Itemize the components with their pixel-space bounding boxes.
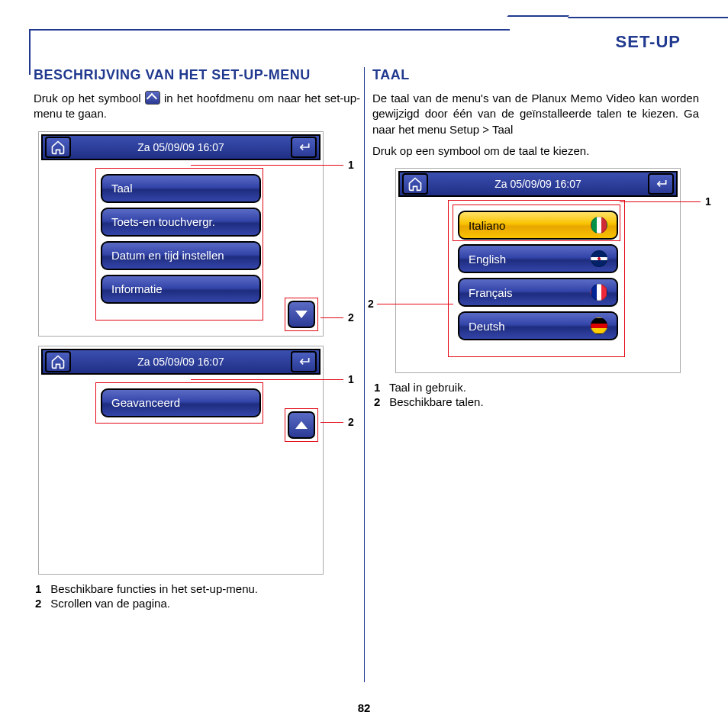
lang-item-francais[interactable]: Français xyxy=(458,278,618,307)
menu-label: Datum en tijd instellen xyxy=(111,249,224,262)
legend-text-r1: Taal in gebruik. xyxy=(389,381,466,394)
column-right: TAAL De taal van de menu's van de Planux… xyxy=(366,61,705,690)
legend-text-2: Scrollen van de pagina. xyxy=(50,597,170,610)
setup-icon xyxy=(145,91,160,105)
lang-item-italiano[interactable]: Italiano xyxy=(458,211,618,240)
menu-item-taal[interactable]: Taal xyxy=(101,174,261,203)
menu-label: Geavanceerd xyxy=(111,396,180,409)
callout-line-1 xyxy=(191,165,343,166)
flag-de-icon xyxy=(591,317,607,334)
callout-num-2: 2 xyxy=(348,311,354,324)
legend-left: 1 Beschikbare functies in het set-up-men… xyxy=(35,582,360,610)
menu-item-datetime[interactable]: Datum en tijd instellen xyxy=(101,241,261,270)
home-button[interactable] xyxy=(45,351,71,372)
intro-text: Druk op het symbool in het hoofdmenu om … xyxy=(34,91,360,122)
callout-num-1b: 1 xyxy=(348,373,354,385)
screenshot-setup-menu-2: Za 05/09/09 16:07 Geavanceerd 1 2 xyxy=(38,346,360,575)
titlebar: Za 05/09/09 16:07 xyxy=(41,349,321,375)
enter-button[interactable] xyxy=(648,173,674,195)
titlebar-date: Za 05/09/09 16:07 xyxy=(430,178,646,190)
lang-item-english[interactable]: English xyxy=(458,244,618,273)
callout-num-2b: 2 xyxy=(348,416,354,428)
intro-a: Druk op het symbool xyxy=(34,92,145,105)
flag-it-icon xyxy=(591,217,607,234)
callout-num-r2: 2 xyxy=(368,298,374,310)
screenshot-language-menu: Za 05/09/09 16:07 Italiano English xyxy=(395,168,699,373)
menu-item-touchlock[interactable]: Toets-en touchvergr. xyxy=(101,208,261,237)
header-rule-h xyxy=(29,29,510,31)
legend-num-2: 2 xyxy=(35,597,47,610)
callout-line-r1 xyxy=(620,201,701,202)
menu-label: Taal xyxy=(111,182,133,195)
legend-text-1: Beschikbare functies in het set-up-menu. xyxy=(50,582,258,595)
legend-num-r2: 2 xyxy=(374,395,386,408)
callout-line-2 xyxy=(321,317,343,318)
titlebar-date: Za 05/09/09 16:07 xyxy=(73,141,288,153)
lang-label: Deutsh xyxy=(469,320,505,333)
callout-line-2b xyxy=(321,422,343,423)
lang-label: Italiano xyxy=(469,219,505,232)
menu-label: Informatie xyxy=(111,282,163,295)
lang-label: English xyxy=(469,253,506,266)
enter-button[interactable] xyxy=(291,137,317,158)
column-left: BESCHRIJVING VAN HET SET-UP-MENU Druk op… xyxy=(27,61,366,690)
header-rule-diag xyxy=(485,15,569,43)
callout-line-1b xyxy=(191,379,343,380)
taal-p2: Druk op een symbool om de taal te kiezen… xyxy=(372,143,699,159)
chevron-up-icon xyxy=(295,421,308,429)
page-title: SET-UP xyxy=(616,32,681,52)
scroll-up-button[interactable] xyxy=(288,411,315,439)
page-header: SET-UP xyxy=(29,15,705,43)
home-button[interactable] xyxy=(402,173,428,195)
lang-item-deutsch[interactable]: Deutsh xyxy=(458,311,618,340)
home-button[interactable] xyxy=(45,137,71,158)
taal-p1: De taal van de menu's van de Planux Memo… xyxy=(372,91,699,137)
callout-num-1: 1 xyxy=(348,159,354,171)
section-heading-taal: TAAL xyxy=(372,67,699,83)
chevron-down-icon xyxy=(295,311,308,318)
menu-item-advanced[interactable]: Geavanceerd xyxy=(101,388,261,417)
legend-num-r1: 1 xyxy=(374,381,386,394)
section-heading-setup: BESCHRIJVING VAN HET SET-UP-MENU xyxy=(34,67,360,83)
callout-line-r2 xyxy=(377,304,453,304)
flag-fr-icon xyxy=(591,284,607,301)
scroll-down-button[interactable] xyxy=(288,301,315,328)
page-number: 82 xyxy=(0,701,728,714)
screenshot-setup-menu-1: Za 05/09/09 16:07 Taal Toets-en touchver… xyxy=(38,131,360,337)
lang-label: Français xyxy=(469,286,513,299)
menu-item-info[interactable]: Informatie xyxy=(101,275,261,304)
legend-text-r2: Beschikbare talen. xyxy=(389,395,483,408)
legend-right: 1 Taal in gebruik. 2 Beschikbare talen. xyxy=(374,381,699,408)
callout-num-r1: 1 xyxy=(705,195,711,208)
menu-label: Toets-en touchvergr. xyxy=(111,215,215,228)
titlebar-date: Za 05/09/09 16:07 xyxy=(73,356,288,368)
titlebar: Za 05/09/09 16:07 xyxy=(41,134,321,160)
flag-uk-icon xyxy=(591,250,607,267)
titlebar: Za 05/09/09 16:07 xyxy=(398,171,678,197)
legend-num-1: 1 xyxy=(35,582,47,595)
enter-button[interactable] xyxy=(291,351,317,372)
